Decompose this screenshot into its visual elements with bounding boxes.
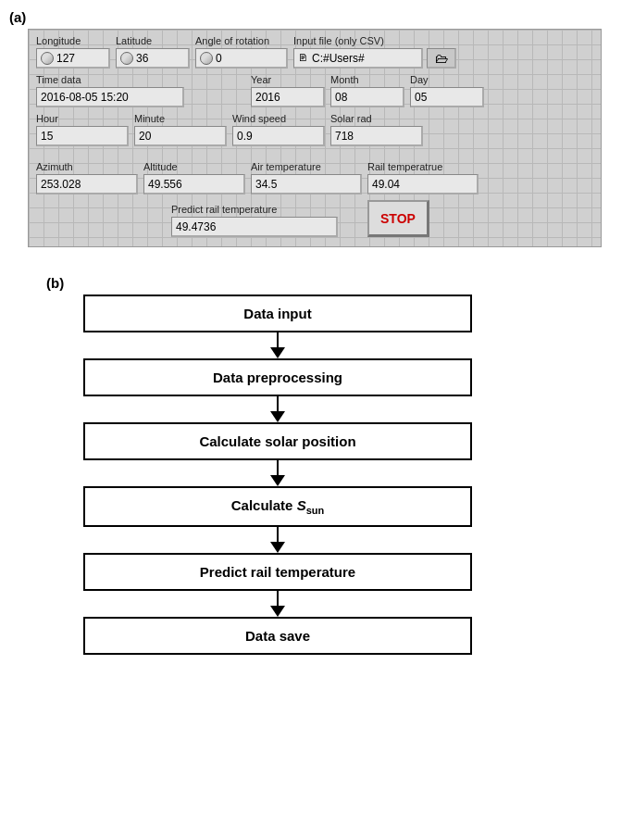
flow-box-data-save: Data save (83, 617, 472, 655)
year-value: 2016 (255, 91, 280, 104)
arrow-head-1 (270, 347, 285, 358)
altitude-label: Altitude (143, 161, 245, 172)
folder-button[interactable]: 🗁 (427, 48, 456, 69)
flow-text-data-save: Data save (245, 628, 310, 644)
part-a-label: (a) (9, 9, 625, 25)
minute-value: 20 (139, 130, 151, 143)
angle-value: 0 (216, 52, 222, 65)
angle-input[interactable]: 0 (195, 48, 288, 69)
rail-temp-group: Rail temperatrue 49.04 (367, 161, 479, 194)
solar-rad-input[interactable]: 718 (330, 126, 423, 146)
hour-group: Hour 15 (36, 113, 129, 146)
day-input[interactable]: 05 (410, 87, 484, 107)
latitude-input[interactable]: 36 (116, 48, 190, 69)
arrow-line-4 (277, 527, 279, 542)
arrow-head-5 (270, 606, 285, 617)
input-file-label: Input file (only CSV) (293, 35, 460, 46)
month-group: Month 08 (330, 74, 404, 107)
wind-speed-group: Wind speed 0.9 (232, 113, 325, 146)
longitude-group: Longitude 127 (36, 35, 110, 69)
arrow-2 (270, 396, 285, 422)
input-file-group: Input file (only CSV) 🖹 C:#Users# 🗁 (293, 35, 460, 69)
flow-text-calc-solar: Calculate solar position (199, 433, 355, 449)
air-temp-value: 34.5 (255, 178, 277, 191)
flow-text-predict-rail: Predict rail temperature (200, 564, 355, 580)
row-3: Hour 15 Minute 20 Wind speed 0.9 Solar r… (36, 113, 593, 146)
predict-group: Predict rail temperature 49.4736 (171, 204, 338, 237)
angle-spin-icon (200, 52, 213, 65)
longitude-value: 127 (56, 52, 75, 65)
flow-box-calc-ssun: Calculate Ssun (83, 486, 472, 527)
azimuth-input[interactable]: 253.028 (36, 174, 138, 194)
air-temp-label: Air temperature (251, 161, 362, 172)
wind-speed-label: Wind speed (232, 113, 325, 124)
arrow-5 (270, 591, 285, 617)
latitude-value: 36 (136, 52, 148, 65)
arrow-head-2 (270, 411, 285, 422)
ssun-s: S (297, 497, 306, 513)
predict-input[interactable]: 49.4736 (171, 217, 338, 237)
time-data-input[interactable]: 2016-08-05 15:20 (36, 87, 184, 107)
hour-input[interactable]: 15 (36, 126, 129, 146)
arrow-head-4 (270, 542, 285, 553)
row-4: Azimuth 253.028 Altitude 49.556 Air temp… (36, 161, 593, 194)
azimuth-value: 253.028 (41, 178, 81, 191)
time-data-group: Time data 2016-08-05 15:20 (36, 74, 184, 107)
arrow-line-3 (277, 460, 279, 475)
angle-group: Angle of rotation 0 (195, 35, 288, 69)
day-group: Day 05 (410, 74, 484, 107)
year-input[interactable]: 2016 (251, 87, 325, 107)
arrow-line-5 (277, 591, 279, 606)
wind-speed-value: 0.9 (237, 130, 253, 143)
flow-box-data-input: Data input (83, 295, 472, 332)
flowchart: Data input Data preprocessing Calculate … (46, 295, 509, 655)
file-icon: 🖹 (298, 53, 307, 63)
input-file-input[interactable]: 🖹 C:#Users# (293, 48, 423, 69)
altitude-input[interactable]: 49.556 (143, 174, 245, 194)
rail-temp-input[interactable]: 49.04 (367, 174, 479, 194)
flow-box-calc-solar: Calculate solar position (83, 422, 472, 460)
spacer-row (36, 152, 593, 157)
hour-label: Hour (36, 113, 129, 124)
row-5: Predict rail temperature 49.4736 STOP (36, 200, 593, 237)
input-panel: Longitude 127 Latitude 36 Angle of rotat… (28, 29, 602, 247)
arrow-3 (270, 460, 285, 486)
flow-box-data-preprocessing: Data preprocessing (83, 358, 472, 396)
solar-rad-label: Solar rad (330, 113, 423, 124)
altitude-value: 49.556 (148, 178, 182, 191)
azimuth-label: Azimuth (36, 161, 138, 172)
part-b-section: (b) Data input Data preprocessing Calcul… (46, 275, 625, 655)
flow-box-predict-rail: Predict rail temperature (83, 553, 472, 591)
arrow-1 (270, 332, 285, 358)
month-label: Month (330, 74, 404, 85)
part-a-section: (a) Longitude 127 Latitude 36 Angle of r… (9, 9, 625, 247)
hour-value: 15 (41, 130, 53, 143)
part-b-label: (b) (46, 275, 625, 291)
time-data-label: Time data (36, 74, 184, 85)
year-label: Year (251, 74, 325, 85)
latitude-label: Latitude (116, 35, 190, 46)
arrow-line-2 (277, 396, 279, 411)
minute-input[interactable]: 20 (134, 126, 227, 146)
azimuth-group: Azimuth 253.028 (36, 161, 138, 194)
rail-temp-label: Rail temperatrue (367, 161, 479, 172)
longitude-label: Longitude (36, 35, 110, 46)
predict-label: Predict rail temperature (171, 204, 338, 215)
wind-speed-input[interactable]: 0.9 (232, 126, 325, 146)
day-value: 05 (415, 91, 427, 104)
longitude-spin-icon (41, 52, 54, 65)
month-input[interactable]: 08 (330, 87, 404, 107)
flow-text-data-input: Data input (243, 306, 311, 321)
air-temp-input[interactable]: 34.5 (251, 174, 362, 194)
minute-label: Minute (134, 113, 227, 124)
stop-button[interactable]: STOP (367, 200, 429, 237)
folder-icon: 🗁 (435, 51, 448, 66)
row-1: Longitude 127 Latitude 36 Angle of rotat… (36, 35, 593, 69)
solar-rad-group: Solar rad 718 (330, 113, 423, 146)
latitude-spin-icon (120, 52, 133, 65)
predict-value: 49.4736 (176, 220, 216, 233)
angle-label: Angle of rotation (195, 35, 288, 46)
rail-temp-value: 49.04 (372, 178, 400, 191)
longitude-input[interactable]: 127 (36, 48, 110, 69)
input-file-value: C:#Users# (312, 52, 365, 65)
